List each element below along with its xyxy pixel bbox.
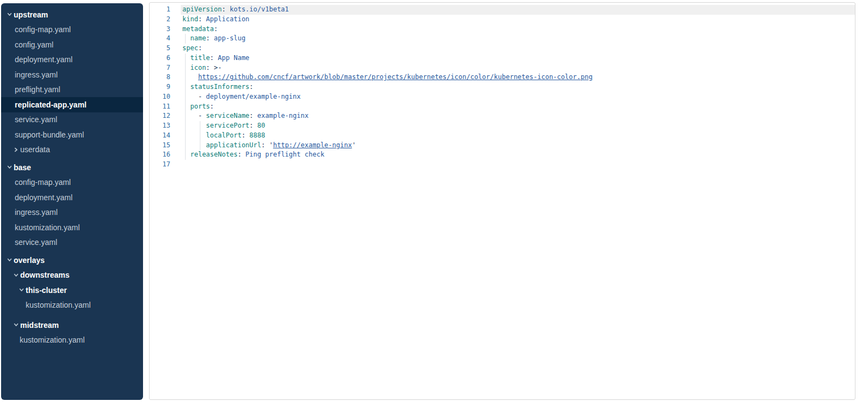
sidebar-item-deployment-yaml[interactable]: deployment.yaml xyxy=(1,190,143,205)
code-content: apiVersion: kots.io/v1beta1 xyxy=(181,5,855,15)
code-content: applicationUrl: 'http://example-nginx' xyxy=(181,141,855,151)
file-label: deployment.yaml xyxy=(15,55,73,64)
yaml-key: spec xyxy=(182,44,198,52)
sidebar-item-kustomization-yaml[interactable]: kustomization.yaml xyxy=(1,220,143,235)
line-number: 3 xyxy=(150,25,181,34)
code-content: kind: Application xyxy=(181,15,855,25)
indent-guide xyxy=(185,53,186,63)
chevron-down-icon[interactable] xyxy=(7,257,14,263)
sidebar-item-ingress-yaml[interactable]: ingress.yaml xyxy=(1,67,143,82)
url-link[interactable]: http://example-nginx xyxy=(273,141,352,149)
url-link[interactable]: https://github.com/cncf/artwork/blob/mas… xyxy=(198,73,592,81)
sidebar-item-preflight-yaml[interactable]: preflight.yaml xyxy=(1,82,143,98)
code-line[interactable]: 3metadata: xyxy=(150,25,855,34)
code-content: ports: xyxy=(181,102,855,112)
chevron-down-icon[interactable] xyxy=(7,11,14,17)
sidebar-item-downstreams[interactable]: downstreams xyxy=(1,268,143,283)
file-label: service.yaml xyxy=(15,238,57,247)
chevron-right-icon[interactable] xyxy=(13,147,20,153)
indent-guide xyxy=(200,131,200,141)
yaml-key: ports xyxy=(190,103,210,110)
yaml-punctuation: : xyxy=(206,64,213,71)
line-number: 5 xyxy=(150,44,181,53)
sidebar-item-config-map-yaml[interactable]: config-map.yaml xyxy=(1,175,143,190)
line-number: 17 xyxy=(150,160,181,170)
code-content: servicePort: 80 xyxy=(181,121,855,131)
sidebar-item-service-yaml[interactable]: service.yaml xyxy=(1,235,143,250)
sidebar-item-deployment-yaml[interactable]: deployment.yaml xyxy=(1,52,143,68)
code-editor[interactable]: 1apiVersion: kots.io/v1beta12kind: Appli… xyxy=(149,2,855,400)
yaml-punctuation: : xyxy=(214,25,218,33)
sidebar-item-replicated-app-yaml[interactable]: replicated-app.yaml xyxy=(1,97,143,112)
folder-label: upstream xyxy=(14,10,48,19)
file-label: kustomization.yaml xyxy=(20,336,85,344)
indent-guide xyxy=(185,73,186,82)
sidebar-item-overlays[interactable]: overlays xyxy=(1,253,143,268)
code-content: - deployment/example-nginx xyxy=(181,92,855,102)
yaml-key: localPort xyxy=(206,131,241,139)
code-content: localPort: 8888 xyxy=(181,131,855,141)
yaml-key: metadata xyxy=(182,25,214,33)
chevron-down-icon[interactable] xyxy=(13,322,20,328)
yaml-key: releaseNotes xyxy=(190,151,237,158)
yaml-punctuation xyxy=(182,131,206,139)
code-line[interactable]: 10 - deployment/example-nginx xyxy=(150,92,855,102)
code-line[interactable]: 8 https://github.com/cncf/artwork/blob/m… xyxy=(150,73,855,82)
code-line[interactable]: 7 icon: >- xyxy=(150,63,855,73)
sidebar-item-base[interactable]: base xyxy=(1,160,143,175)
sidebar-item-ingress-yaml[interactable]: ingress.yaml xyxy=(1,205,143,220)
folder-label: userdata xyxy=(20,145,50,154)
sidebar-item-upstream[interactable]: upstream xyxy=(1,7,143,22)
code-line[interactable]: 9 statusInformers: xyxy=(150,82,855,92)
code-line[interactable]: 5spec: xyxy=(150,44,855,53)
yaml-punctuation xyxy=(182,103,190,110)
yaml-value: deployment/example-nginx xyxy=(206,93,300,100)
yaml-value: example-nginx xyxy=(257,112,308,119)
file-label: config-map.yaml xyxy=(15,178,71,187)
chevron-down-icon[interactable] xyxy=(13,272,20,278)
code-line[interactable]: 1apiVersion: kots.io/v1beta1 xyxy=(150,5,855,15)
code-line[interactable]: 4 name: app-slug xyxy=(150,34,855,44)
code-line[interactable]: 11 ports: xyxy=(150,102,855,112)
yaml-key: name xyxy=(190,34,206,42)
chevron-down-icon[interactable] xyxy=(7,164,14,170)
yaml-key: icon xyxy=(190,64,206,71)
sidebar-item-config-yaml[interactable]: config.yaml xyxy=(1,37,143,52)
line-number: 15 xyxy=(150,141,181,151)
yaml-punctuation: - xyxy=(182,112,206,119)
line-number: 8 xyxy=(150,73,181,82)
chevron-down-icon[interactable] xyxy=(19,287,26,293)
sidebar-item-service-yaml[interactable]: service.yaml xyxy=(1,112,143,128)
file-label: kustomization.yaml xyxy=(15,223,80,232)
line-number: 13 xyxy=(150,121,181,131)
code-content: statusInformers: xyxy=(181,82,855,92)
sidebar-item-this-cluster[interactable]: this-cluster xyxy=(1,283,143,298)
sidebar-item-midstream[interactable]: midstream xyxy=(1,318,143,333)
code-line[interactable]: 13 servicePort: 80 xyxy=(150,121,855,131)
code-content: spec: xyxy=(181,44,855,53)
code-line[interactable]: 17 xyxy=(150,160,855,170)
yaml-value: Application xyxy=(206,15,249,23)
yaml-punctuation: - xyxy=(182,93,206,100)
code-line[interactable]: 6 title: App Name xyxy=(150,53,855,63)
indent-guide xyxy=(185,102,186,112)
folder-label: this-cluster xyxy=(26,286,67,295)
indent-guide xyxy=(185,141,186,151)
code-line[interactable]: 14 localPort: 8888 xyxy=(150,131,855,141)
sidebar-item-kustomization-yaml[interactable]: kustomization.yaml xyxy=(1,333,143,348)
line-number: 6 xyxy=(150,53,181,63)
file-tree-sidebar: upstreamconfig-map.yamlconfig.yamldeploy… xyxy=(1,3,143,400)
code-line[interactable]: 12 - serviceName: example-nginx xyxy=(150,111,855,121)
sidebar-item-userdata[interactable]: userdata xyxy=(1,142,143,158)
yaml-value: app-slug xyxy=(214,34,246,42)
line-number: 16 xyxy=(150,150,181,160)
code-line[interactable]: 16 releaseNotes: Ping preflight check xyxy=(150,150,855,160)
code-line[interactable]: 15 applicationUrl: 'http://example-nginx… xyxy=(150,141,855,151)
sidebar-item-config-map-yaml[interactable]: config-map.yaml xyxy=(1,22,143,38)
code-lines-container: 1apiVersion: kots.io/v1beta12kind: Appli… xyxy=(150,5,855,170)
indent-guide xyxy=(200,121,200,131)
yaml-key: applicationUrl xyxy=(206,141,261,149)
sidebar-item-kustomization-yaml[interactable]: kustomization.yaml xyxy=(1,298,143,313)
sidebar-item-support-bundle-yaml[interactable]: support-bundle.yaml xyxy=(1,127,143,142)
code-line[interactable]: 2kind: Application xyxy=(150,15,855,25)
